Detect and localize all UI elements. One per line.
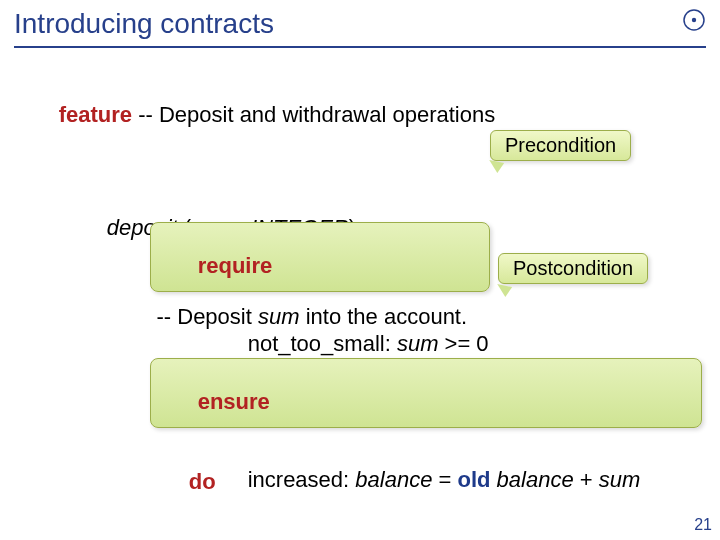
increased-sum: sum (599, 467, 641, 492)
title-rule (14, 46, 706, 48)
balance1: balance (355, 467, 432, 492)
equals: = (432, 467, 457, 492)
not-too-small-label: not_too_small: (248, 331, 397, 356)
feature-keyword: feature (59, 102, 132, 127)
postcondition-label: Postcondition (513, 257, 633, 279)
ensure-box: ensure increased: balance = old balance … (150, 358, 702, 428)
not-too-small-sum: sum (397, 331, 439, 356)
feature-comment: -- Deposit and withdrawal operations (132, 102, 495, 127)
postcondition-callout: Postcondition (498, 253, 648, 284)
balance2: balance (490, 467, 573, 492)
logo-icon (682, 8, 706, 32)
require-box: require not_too_small: sum >= 0 (150, 222, 490, 292)
svg-point-1 (692, 18, 696, 22)
add-call-line: add (sum) (22, 526, 708, 540)
ensure-keyword: ensure (198, 389, 270, 414)
increased-label: increased: (248, 467, 356, 492)
require-keyword: require (198, 253, 273, 278)
page-number: 21 (694, 516, 712, 534)
slide: Introducing contracts feature -- Deposit… (0, 0, 720, 540)
not-too-small-op: >= 0 (438, 331, 488, 356)
plus: + (574, 467, 599, 492)
precondition-callout: Precondition (490, 130, 631, 161)
title-bar: Introducing contracts (0, 0, 720, 44)
precondition-label: Precondition (505, 134, 616, 156)
old-keyword: old (457, 467, 490, 492)
slide-title: Introducing contracts (14, 8, 274, 39)
